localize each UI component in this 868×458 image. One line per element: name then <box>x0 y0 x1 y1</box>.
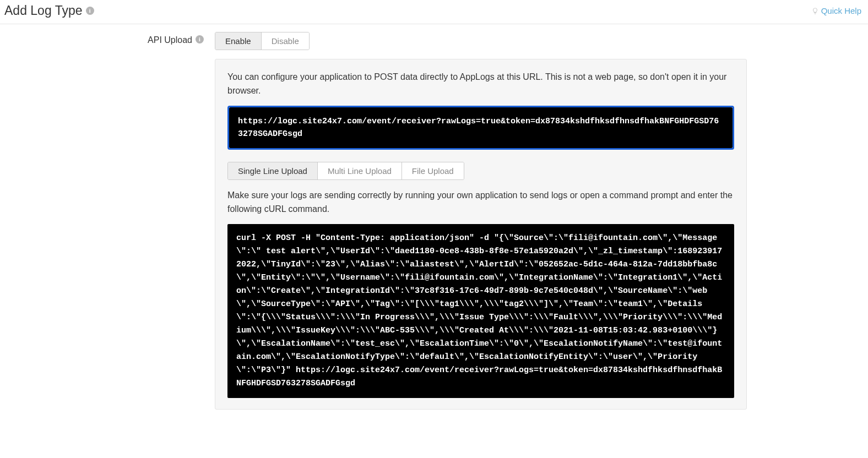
api-upload-label: API Upload i <box>0 32 215 410</box>
post-url-description: You can configure your application to PO… <box>227 70 734 98</box>
tab-single-line-upload[interactable]: Single Line Upload <box>228 162 317 179</box>
disable-button[interactable]: Disable <box>261 32 309 50</box>
post-url-box[interactable]: https://logc.site24x7.com/event/receiver… <box>227 106 734 150</box>
enable-button[interactable]: Enable <box>215 32 261 50</box>
info-icon[interactable]: i <box>86 7 94 15</box>
curl-description: Make sure your logs are sending correctl… <box>227 189 734 216</box>
post-url-text: https://logc.site24x7.com/event/receiver… <box>229 107 733 149</box>
api-upload-panel: You can configure your application to PO… <box>215 59 747 410</box>
page-title: Add Log Type i <box>4 3 94 18</box>
bulb-icon <box>811 7 819 15</box>
quick-help-link[interactable]: Quick Help <box>811 6 861 15</box>
curl-command-box[interactable]: curl -X POST -H "Content-Type: applicati… <box>227 224 734 398</box>
info-icon[interactable]: i <box>196 35 204 43</box>
content-row: API Upload i Enable Disable You can conf… <box>0 24 868 410</box>
api-upload-toggle: Enable Disable <box>215 32 310 50</box>
page-title-text: Add Log Type <box>4 3 83 18</box>
api-upload-label-text: API Upload <box>148 35 192 45</box>
tab-file-upload[interactable]: File Upload <box>402 162 464 179</box>
page-header: Add Log Type i Quick Help <box>0 0 868 24</box>
upload-mode-tabs: Single Line Upload Multi Line Upload Fil… <box>227 162 464 180</box>
quick-help-text: Quick Help <box>821 6 861 15</box>
main-column: Enable Disable You can configure your ap… <box>215 32 868 410</box>
tab-multi-line-upload[interactable]: Multi Line Upload <box>317 162 402 179</box>
